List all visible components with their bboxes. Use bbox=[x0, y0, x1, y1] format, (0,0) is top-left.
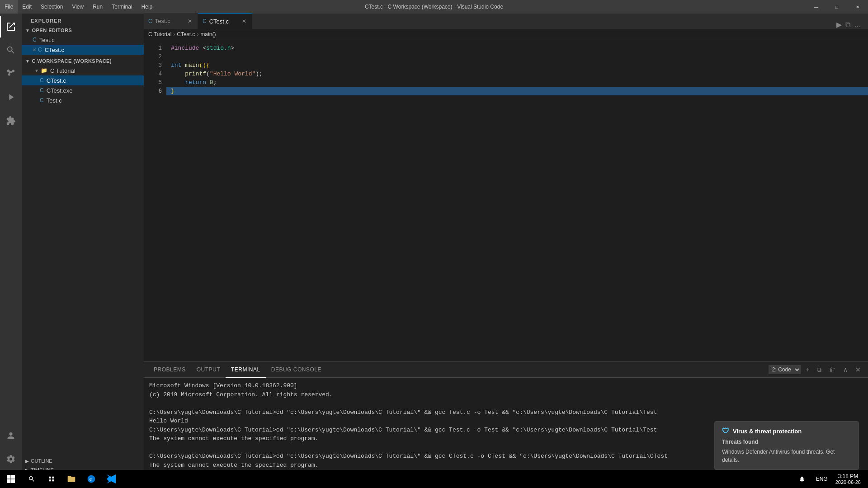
line-num-1: 1 bbox=[144, 44, 162, 52]
split-editor-button[interactable]: ⧉ bbox=[845, 21, 850, 29]
outline-section[interactable]: ▶ OUTLINE bbox=[22, 456, 144, 465]
breadcrumb-main[interactable]: main() bbox=[200, 31, 216, 38]
outline-label: OUTLINE bbox=[31, 458, 52, 464]
notification-text: Windows Defender Antivirus found threats… bbox=[722, 448, 851, 464]
close-panel-button[interactable]: ✕ bbox=[853, 365, 863, 375]
activity-extensions[interactable] bbox=[0, 110, 22, 131]
tree-file-ctestexe[interactable]: C CTest.exe bbox=[22, 85, 144, 95]
line-num-5: 5 bbox=[144, 78, 162, 87]
tab-label-testc: Test.c bbox=[155, 18, 170, 24]
menu-help[interactable]: Help bbox=[137, 0, 157, 14]
tree-file-ctestexe-name: CTest.exe bbox=[47, 87, 73, 94]
tree-file-testc[interactable]: C Test.c bbox=[22, 95, 144, 105]
open-editor-ctestc-name: CTest.c bbox=[45, 47, 64, 53]
taskbar-clock[interactable]: 3:18 PM 2020-06-26 bbox=[832, 473, 864, 485]
open-editor-testc-name: Test.c bbox=[39, 37, 55, 43]
activity-bar bbox=[0, 14, 22, 474]
taskbar-time: 3:18 PM bbox=[838, 473, 859, 479]
activity-source-control[interactable] bbox=[0, 63, 22, 84]
notification-header: 🛡 Virus & threat protection bbox=[722, 427, 851, 435]
tab-bar: C Test.c ✕ C CTest.c ✕ ▶ ⧉ … bbox=[144, 14, 868, 29]
new-terminal-button[interactable]: + bbox=[803, 365, 812, 375]
maximize-panel-button[interactable]: ∧ bbox=[840, 365, 850, 375]
open-editor-ctestc[interactable]: ✕ C CTest.c bbox=[22, 45, 144, 55]
tab-close-ctestc[interactable]: ✕ bbox=[241, 17, 247, 25]
line-num-3: 3 bbox=[144, 61, 162, 70]
tree-folder-ctutorial-name: C Tutorial bbox=[50, 67, 75, 74]
outline-chevron: ▶ bbox=[25, 459, 29, 464]
menu-terminal[interactable]: Terminal bbox=[107, 0, 137, 14]
close-button[interactable]: ✕ bbox=[847, 0, 868, 14]
taskbar-file-explorer[interactable] bbox=[61, 470, 81, 488]
menu-bar: File Edit Selection View Run Terminal He… bbox=[0, 0, 157, 14]
sidebar: Explorer ▼ Open Editors C Test.c ✕ ✕ C C… bbox=[22, 14, 144, 474]
activity-account[interactable] bbox=[0, 425, 22, 446]
terminal-line-2: (c) 2019 Microsoft Corporation. All righ… bbox=[149, 390, 863, 399]
panel-actions: 2: Code + ⧉ 🗑 ∧ ✕ bbox=[769, 365, 863, 375]
open-editor-testc[interactable]: C Test.c ✕ bbox=[22, 35, 144, 45]
activity-settings[interactable] bbox=[0, 448, 22, 470]
terminal-dropdown[interactable]: 2: Code bbox=[769, 365, 801, 374]
taskbar-language[interactable]: ENG bbox=[812, 470, 832, 488]
notification-popup: 🛡 Virus & threat protection Threats foun… bbox=[714, 421, 859, 470]
taskbar-date: 2020-06-26 bbox=[835, 479, 861, 485]
tab-testc[interactable]: C Test.c ✕ bbox=[144, 13, 198, 29]
breadcrumb-ctutorial[interactable]: C Tutorial bbox=[148, 31, 171, 38]
activity-run-debug[interactable] bbox=[0, 86, 22, 108]
menu-file[interactable]: File bbox=[0, 0, 18, 14]
menu-run[interactable]: Run bbox=[88, 0, 107, 14]
tab-ctestc[interactable]: C CTest.c ✕ bbox=[198, 13, 252, 29]
panel-tab-terminal[interactable]: TERMINAL bbox=[226, 362, 266, 378]
open-editors-section[interactable]: ▼ Open Editors bbox=[22, 26, 144, 35]
workspace-section[interactable]: ▼ C Workspace (Workspace) bbox=[22, 56, 144, 66]
tree-file-testc-name: Test.c bbox=[47, 97, 62, 104]
shield-icon: 🛡 bbox=[722, 427, 729, 435]
menu-selection[interactable]: Selection bbox=[36, 0, 67, 14]
taskbar-task-view[interactable] bbox=[42, 470, 61, 488]
code-line-6: } bbox=[166, 87, 868, 95]
activity-search[interactable] bbox=[0, 39, 22, 61]
taskbar-edge[interactable]: e bbox=[81, 470, 101, 488]
taskbar-vscode[interactable] bbox=[101, 470, 121, 488]
tab-icon-testc: C bbox=[148, 18, 152, 24]
taskbar: e ENG 3:18 PM 2020-06-26 bbox=[0, 470, 868, 488]
code-line-3: int main () { bbox=[166, 61, 868, 70]
minimize-button[interactable]: ― bbox=[806, 0, 826, 14]
close-modified-ctestc[interactable]: ✕ bbox=[33, 47, 36, 52]
panel-tabs: PROBLEMS OUTPUT TERMINAL DEBUG CONSOLE 2… bbox=[144, 362, 868, 378]
activity-explorer[interactable] bbox=[0, 16, 22, 38]
run-button[interactable]: ▶ bbox=[836, 20, 842, 29]
breadcrumb-ctestc[interactable]: CTest.c bbox=[177, 31, 195, 38]
taskbar-notification-area[interactable] bbox=[792, 470, 812, 488]
panel-tab-debug[interactable]: DEBUG CONSOLE bbox=[266, 362, 327, 378]
code-line-1: #include <stdio.h> bbox=[166, 44, 868, 52]
panel-tab-output[interactable]: OUTPUT bbox=[191, 362, 226, 378]
kill-terminal-button[interactable]: 🗑 bbox=[826, 365, 838, 375]
folder-icon-ctutorial: 📁 bbox=[41, 67, 47, 74]
notification-subtitle: Threats found bbox=[722, 438, 851, 446]
taskbar-search[interactable] bbox=[22, 470, 42, 488]
code-line-5: return 0 ; bbox=[166, 78, 868, 87]
titlebar: File Edit Selection View Run Terminal He… bbox=[0, 0, 868, 14]
tree-folder-ctutorial[interactable]: ▼ 📁 C Tutorial bbox=[22, 66, 144, 75]
menu-edit[interactable]: Edit bbox=[18, 0, 36, 14]
split-terminal-button[interactable]: ⧉ bbox=[814, 365, 824, 375]
window-controls: ― □ ✕ bbox=[806, 0, 868, 14]
start-button[interactable] bbox=[0, 470, 22, 488]
tab-close-testc[interactable]: ✕ bbox=[187, 17, 193, 25]
menu-view[interactable]: View bbox=[67, 0, 88, 14]
line-num-6: 6 bbox=[144, 87, 162, 95]
svg-text:e: e bbox=[90, 477, 92, 482]
line-num-4: 4 bbox=[144, 70, 162, 78]
panel-tab-problems[interactable]: PROBLEMS bbox=[148, 362, 191, 378]
more-actions-button[interactable]: … bbox=[854, 21, 861, 29]
open-editors-chevron: ▼ bbox=[25, 28, 30, 33]
maximize-button[interactable]: □ bbox=[826, 0, 847, 14]
tab-icon-ctestc: C bbox=[203, 18, 207, 24]
workspace-chevron: ▼ bbox=[25, 59, 30, 64]
file-icon-tree-testc: C bbox=[40, 97, 44, 103]
file-icon-tree-ctestc: C bbox=[40, 77, 44, 84]
tree-file-ctestc[interactable]: C CTest.c bbox=[22, 75, 144, 85]
activity-bottom bbox=[0, 425, 22, 470]
ctutorial-chevron: ▼ bbox=[34, 68, 39, 73]
